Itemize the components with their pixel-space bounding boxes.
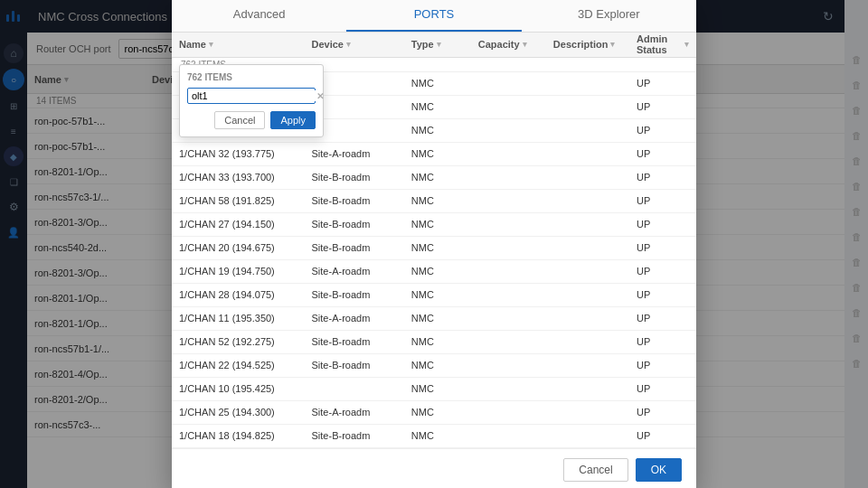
ports-cell-admin: UP [629, 172, 696, 183]
tab-ports[interactable]: PORTS [346, 0, 521, 32]
ports-cell-admin: UP [629, 407, 696, 418]
ports-sort-icon-admin: ▾ [684, 40, 689, 49]
ports-cell-name: 1/CHAN 58 (191.825) [172, 195, 305, 206]
ports-cell-name: 1/CHAN 22 (194.525) [172, 360, 305, 371]
filter-dropdown-input[interactable] [192, 90, 316, 101]
ports-cell-admin: UP [629, 78, 696, 89]
ports-table-row[interactable]: 1/CHAN 25 (194.300) Site-A-roadm NMC UP [172, 401, 696, 425]
ports-cell-type: NMC [404, 219, 471, 230]
ports-col-header-device[interactable]: Device ▾ [305, 39, 404, 50]
ports-cell-name: 1/CHAN 19 (194.750) [172, 266, 305, 277]
ports-cell-type: NMC [404, 407, 471, 418]
ports-cell-type: NMC [404, 172, 471, 183]
ports-col-header-type[interactable]: Type ▾ [404, 39, 471, 50]
modal-ok-button[interactable]: OK [636, 458, 682, 482]
ports-cell-device: Site-A-roadm [305, 148, 404, 159]
modal-dialog: Advanced PORTS 3D Explorer Name ▾ 762 IT… [172, 0, 696, 488]
ports-cell-type: NMC [404, 430, 471, 441]
ports-cell-type: NMC [404, 336, 471, 347]
modal-footer: Cancel OK [172, 448, 696, 489]
ports-table-row[interactable]: 1/CHAN 10 (195.425) NMC UP [172, 378, 696, 401]
ports-table-row[interactable]: 1/CHAN 58 (191.825) Site-B-roadm NMC UP [172, 190, 696, 213]
ports-table-row[interactable]: 1/CHAN 22 (194.525) Site-B-roadm NMC UP [172, 354, 696, 378]
ports-cell-device: Site-A-roadm [305, 313, 404, 324]
ports-cell-type: NMC [404, 383, 471, 394]
ports-cell-type: NMC [404, 360, 471, 371]
filter-clear-icon[interactable]: ✕ [316, 91, 324, 101]
ports-table-row[interactable]: 1/CHAN 18 (194.825) Site-B-roadm NMC UP [172, 425, 696, 448]
ports-cell-admin: UP [629, 125, 696, 136]
ports-table-row[interactable]: 1/CHAN 33 (193.700) Site-B-roadm NMC UP [172, 166, 696, 190]
ports-cell-type: NMC [404, 125, 471, 136]
ports-cell-type: NMC [404, 78, 471, 89]
ports-cell-device: Site-B-roadm [305, 430, 404, 441]
ports-cell-device: Site-B-roadm [305, 195, 404, 206]
ports-cell-type: NMC [404, 313, 471, 324]
ports-cell-admin: UP [629, 430, 696, 441]
ports-cell-admin: UP [629, 383, 696, 394]
ports-cell-name: 1/CHAN 18 (194.825) [172, 430, 305, 441]
filter-items-count: 762 ITEMS [187, 72, 316, 82]
filter-actions: Cancel Apply [187, 111, 316, 129]
ports-cell-admin: UP [629, 313, 696, 324]
modal-tabs: Advanced PORTS 3D Explorer [172, 0, 696, 33]
ports-cell-admin: UP [629, 242, 696, 253]
filter-cancel-button[interactable]: Cancel [214, 111, 265, 129]
ports-cell-device: Site-B-roadm [305, 360, 404, 371]
ports-table-row[interactable]: 1/CHAN 20 (194.675) Site-B-roadm NMC UP [172, 237, 696, 260]
modal-body: Name ▾ 762 ITEMS ✕ Cancel Apply [172, 33, 696, 448]
filter-apply-button[interactable]: Apply [270, 111, 316, 129]
ports-cell-type: NMC [404, 148, 471, 159]
ports-table-row[interactable]: 1/CHAN 19 (194.750) Site-A-roadm NMC UP [172, 260, 696, 284]
ports-cell-name: 1/CHAN 32 (193.775) [172, 148, 305, 159]
ports-cell-name: 1/CHAN 33 (193.700) [172, 172, 305, 183]
ports-table-row[interactable]: 1/CHAN 52 (192.275) Site-B-roadm NMC UP [172, 331, 696, 354]
ports-cell-name: 1/CHAN 28 (194.075) [172, 289, 305, 300]
ports-sort-icon-desc: ▾ [610, 40, 615, 49]
modal-cancel-button[interactable]: Cancel [563, 458, 627, 482]
ports-cell-admin: UP [629, 101, 696, 112]
ports-cell-admin: UP [629, 336, 696, 347]
ports-table-row[interactable]: 1/CHAN 27 (194.150) Site-B-roadm NMC UP [172, 213, 696, 237]
ports-cell-device: Site-A-roadm [305, 266, 404, 277]
ports-cell-type: NMC [404, 101, 471, 112]
ports-cell-name: 1/CHAN 25 (194.300) [172, 407, 305, 418]
filter-input-wrap: ✕ [187, 88, 316, 104]
modal-overlay: Advanced PORTS 3D Explorer Name ▾ 762 IT… [0, 0, 868, 488]
ports-sort-icon-capacity: ▾ [523, 40, 527, 49]
ports-cell-device: Site-B-roadm [305, 242, 404, 253]
ports-cell-admin: UP [629, 266, 696, 277]
ports-cell-admin: UP [629, 219, 696, 230]
ports-cell-name: 1/CHAN 52 (192.275) [172, 336, 305, 347]
ports-cell-device: Site-B-roadm [305, 219, 404, 230]
ports-cell-type: NMC [404, 289, 471, 300]
ports-cell-name: 1/CHAN 10 (195.425) [172, 383, 305, 394]
ports-cell-device: Site-A-roadm [305, 407, 404, 418]
filter-dropdown: 762 ITEMS ✕ Cancel Apply [179, 64, 324, 137]
ports-cell-type: NMC [404, 266, 471, 277]
ports-col-header-capacity[interactable]: Capacity ▾ [471, 39, 546, 50]
ports-cell-device: Site-B-roadm [305, 289, 404, 300]
ports-col-header-admin[interactable]: Admin Status ▾ [629, 33, 696, 55]
ports-cell-admin: UP [629, 289, 696, 300]
ports-cell-device: Site-B-roadm [305, 172, 404, 183]
ports-col-header-desc[interactable]: Description ▾ [546, 39, 629, 50]
ports-sort-icon-type: ▾ [437, 40, 441, 49]
ports-cell-name: 1/CHAN 11 (195.350) [172, 313, 305, 324]
ports-cell-admin: UP [629, 195, 696, 206]
ports-cell-admin: UP [629, 148, 696, 159]
ports-cell-name: 1/CHAN 27 (194.150) [172, 219, 305, 230]
ports-cell-type: NMC [404, 195, 471, 206]
ports-sort-icon-device: ▾ [346, 40, 351, 49]
ports-table-row[interactable]: 1/CHAN 32 (193.775) Site-A-roadm NMC UP [172, 143, 696, 166]
ports-cell-device: Site-B-roadm [305, 336, 404, 347]
ports-table-header: Name ▾ 762 ITEMS ✕ Cancel Apply [172, 33, 696, 58]
ports-table-row[interactable]: 1/CHAN 11 (195.350) Site-A-roadm NMC UP [172, 307, 696, 331]
ports-cell-type: NMC [404, 242, 471, 253]
ports-cell-admin: UP [629, 360, 696, 371]
tab-3d-explorer[interactable]: 3D Explorer [522, 0, 696, 32]
ports-sort-icon-name: ▾ [209, 40, 213, 49]
ports-col-header-name[interactable]: Name ▾ 762 ITEMS ✕ Cancel Apply [172, 39, 305, 50]
tab-advanced[interactable]: Advanced [172, 0, 346, 32]
ports-table-row[interactable]: 1/CHAN 28 (194.075) Site-B-roadm NMC UP [172, 284, 696, 307]
